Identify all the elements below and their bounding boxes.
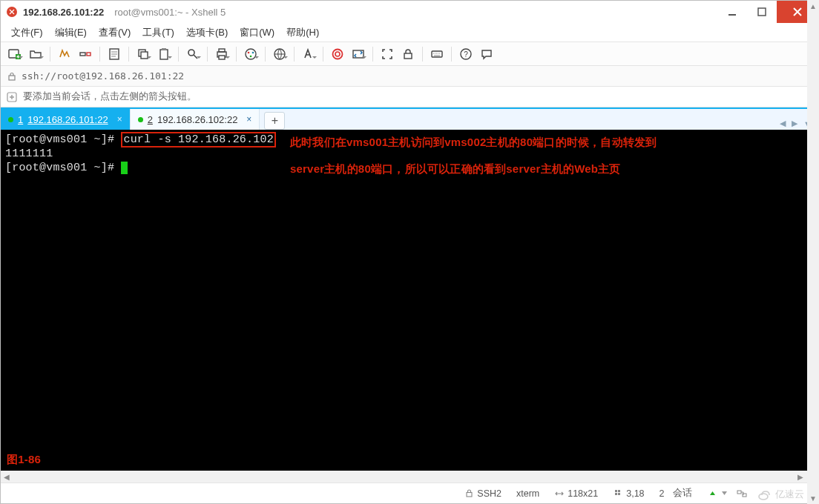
svg-rect-10 [160, 50, 168, 59]
statusbar: SSH2 xterm 118x21 3,18 2 会话 亿速云 [1, 483, 818, 503]
disconnect-button[interactable] [76, 44, 95, 64]
svg-rect-11 [162, 48, 166, 50]
find-button[interactable] [183, 44, 203, 64]
tab-close-icon[interactable]: × [117, 114, 122, 125]
svg-point-19 [250, 55, 252, 57]
tab-label: 192.168.26.102:22 [157, 114, 237, 125]
session-tab-1[interactable]: 1 192.168.26.101:22 × [1, 109, 131, 130]
tab-next-button[interactable]: ▶ [789, 117, 800, 130]
tab-prev-button[interactable]: ◀ [777, 117, 788, 130]
menu-view[interactable]: 查看(V) [93, 23, 136, 42]
svg-point-12 [188, 50, 194, 56]
menu-tools[interactable]: 工具(T) [136, 23, 180, 42]
svg-rect-31 [618, 490, 620, 492]
tab-index: 1 [18, 114, 23, 125]
menu-help[interactable]: 帮助(H) [280, 23, 325, 42]
scroll-track[interactable] [807, 12, 819, 492]
reconnect-button[interactable] [55, 44, 74, 64]
status-term-type: xterm [509, 488, 547, 499]
toolbar: ? [1, 42, 818, 66]
menu-window[interactable]: 窗口(W) [234, 23, 280, 42]
status-size: 118x21 [547, 488, 605, 499]
horizontal-scrollbar[interactable]: ◀ ▶ [1, 471, 806, 483]
svg-rect-15 [219, 56, 225, 59]
properties-button[interactable] [105, 44, 124, 64]
status-protocol: SSH2 [456, 488, 509, 499]
menubar: 文件(F) 编辑(E) 查看(V) 工具(T) 选项卡(B) 窗口(W) 帮助(… [1, 23, 818, 42]
scroll-right-icon[interactable]: ▶ [795, 473, 806, 481]
hintbar: 要添加当前会话，点击左侧的箭头按钮。 [1, 87, 818, 107]
open-button[interactable] [26, 44, 45, 64]
annotation-text: 此时我们在vms001主机访问到vms002主机的80端口的时候，自动转发到 s… [290, 133, 657, 179]
figure-caption: 图1-86 [7, 452, 41, 466]
status-dot-icon [138, 117, 143, 122]
svg-rect-1 [728, 14, 736, 16]
help-button[interactable]: ? [456, 44, 476, 64]
caret-up-icon[interactable] [707, 488, 717, 499]
svg-point-16 [246, 49, 256, 59]
xftp-button[interactable] [349, 44, 368, 64]
titlebar[interactable]: 192.168.26.101:22 root@vms001:~ - Xshell… [1, 1, 818, 23]
color-button[interactable] [241, 44, 260, 64]
svg-rect-32 [615, 493, 617, 495]
menu-edit[interactable]: 编辑(E) [49, 23, 93, 42]
tab-close-icon[interactable]: × [246, 114, 251, 125]
lock-icon [5, 70, 19, 83]
terminal-container: [root@vms001 ~]# curl -s 192.168.26.102 … [1, 130, 818, 483]
svg-rect-2 [758, 8, 766, 16]
caret-down-icon[interactable] [719, 488, 729, 499]
add-session-icon[interactable] [5, 90, 19, 104]
window-title: 192.168.26.101:22 [23, 7, 104, 18]
window-subtitle: root@vms001:~ - Xshell 5 [114, 7, 226, 18]
resize-icon [554, 488, 565, 499]
status-dot-icon [8, 117, 13, 122]
vertical-scrollbar[interactable]: ▲ ▼ [807, 0, 819, 504]
chat-button[interactable] [477, 44, 496, 64]
hint-text: 要添加当前会话，点击左侧的箭头按钮。 [23, 90, 197, 103]
address-url[interactable]: ssh://root@192.168.26.101:22 [22, 70, 184, 82]
svg-rect-34 [737, 491, 741, 494]
tab-label: 192.168.26.101:22 [27, 114, 108, 125]
menu-file[interactable]: 文件(F) [5, 23, 49, 42]
svg-rect-29 [467, 493, 472, 497]
svg-rect-6 [87, 53, 91, 56]
svg-rect-33 [618, 493, 620, 495]
svg-rect-5 [80, 53, 85, 56]
watermark: 亿速云 [754, 485, 812, 503]
svg-rect-24 [432, 51, 442, 57]
highlighted-command: curl -s 192.168.26.102 [121, 132, 275, 147]
session-tab-2[interactable]: 2 192.168.26.102:22 × [131, 109, 260, 130]
add-tab-button[interactable]: + [264, 112, 285, 130]
svg-rect-30 [615, 490, 617, 492]
lock-button[interactable] [398, 44, 418, 64]
tab-index: 2 [148, 114, 153, 125]
status-updown[interactable] [700, 488, 737, 499]
scroll-up-icon[interactable]: ▲ [807, 0, 819, 12]
font-button[interactable] [299, 44, 318, 64]
svg-point-18 [252, 51, 254, 53]
svg-rect-4 [16, 54, 21, 59]
addressbar: ssh://root@192.168.26.101:22 [1, 66, 818, 87]
scroll-down-icon[interactable]: ▼ [807, 492, 819, 504]
fullscreen-button[interactable] [378, 44, 397, 64]
copy-button[interactable] [134, 44, 153, 64]
grid-icon [613, 488, 623, 499]
encoding-button[interactable] [270, 44, 289, 64]
scroll-left-icon[interactable]: ◀ [1, 473, 13, 481]
svg-point-21 [333, 49, 343, 59]
xagent-button[interactable] [328, 44, 347, 64]
menu-tabs[interactable]: 选项卡(B) [180, 23, 234, 42]
svg-rect-14 [219, 49, 225, 52]
print-button[interactable] [212, 44, 231, 64]
terminal[interactable]: [root@vms001 ~]# curl -s 192.168.26.102 … [1, 130, 818, 471]
svg-rect-23 [404, 53, 412, 59]
lock-icon [464, 488, 474, 499]
minimize-button[interactable] [717, 1, 747, 23]
maximize-button[interactable] [747, 1, 777, 23]
status-cursor-pos: 3,18 [605, 488, 651, 499]
keyboard-button[interactable] [427, 44, 447, 64]
svg-rect-27 [9, 76, 15, 80]
svg-rect-9 [141, 52, 148, 59]
paste-button[interactable] [154, 44, 174, 64]
new-session-button[interactable] [5, 44, 24, 64]
